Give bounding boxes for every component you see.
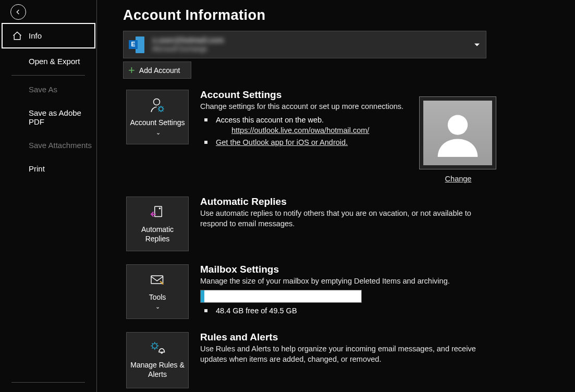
tile-label: Account Settings⌄	[129, 118, 186, 137]
section-title: Mailbox Settings	[200, 264, 492, 275]
bullet-web-access: Access this account on the web. https://…	[200, 114, 409, 137]
svg-point-4	[159, 208, 160, 209]
section-title: Rules and Alerts	[200, 332, 492, 343]
sidebar-item-label: Print	[29, 164, 45, 173]
section-desc: Use Rules and Alerts to help organize yo…	[200, 344, 492, 364]
sidebar-item-label: Open & Export	[29, 57, 80, 66]
page-title: Account Information	[123, 7, 575, 23]
section-title: Account Settings	[200, 89, 409, 101]
exchange-icon: E	[129, 36, 144, 53]
bullet-app-link: Get the Outlook app for iOS or Android.	[200, 137, 409, 148]
sidebar-item-info[interactable]: Info	[2, 23, 95, 48]
svg-point-0	[154, 99, 160, 105]
add-account-button[interactable]: + Add Account	[123, 62, 191, 79]
mailbox-usage-bar	[200, 290, 362, 303]
owa-link[interactable]: https://outlook.live.com/owa/hotmail.com…	[231, 126, 369, 134]
sidebar: Info Open & Export Save As Save as Adobe…	[0, 0, 97, 392]
profile-photo: Change	[419, 96, 497, 183]
person-placeholder-icon	[434, 109, 482, 157]
tile-automatic-replies[interactable]: Automatic Replies	[126, 197, 189, 251]
envelope-tools-icon	[148, 271, 167, 290]
mailbox-free-space: 48.4 GB free of 49.5 GB	[200, 305, 492, 316]
person-gear-icon	[148, 96, 167, 115]
sidebar-item-print[interactable]: Print	[0, 157, 96, 180]
section-body: Rules and Alerts Use Rules and Alerts to…	[200, 329, 492, 388]
svg-point-1	[159, 107, 163, 111]
section-account-settings: Account Settings⌄ Account Settings Chang…	[123, 87, 575, 183]
main-panel: Account Information E s.user@hotmail.com…	[97, 0, 575, 392]
account-selector[interactable]: E s.user@hotmail.com Microsoft Exchange	[123, 31, 486, 58]
sidebar-item-label: Info	[29, 31, 42, 40]
section-body: Account Settings Change settings for thi…	[200, 87, 409, 183]
outlook-app-link[interactable]: Get the Outlook app for iOS or Android.	[216, 138, 348, 146]
divider	[11, 75, 85, 76]
plus-icon: +	[128, 64, 135, 77]
sidebar-item-save-adobe-pdf[interactable]: Save as Adobe PDF	[0, 101, 96, 133]
svg-rect-3	[155, 206, 162, 217]
change-photo-link[interactable]: Change	[445, 175, 472, 183]
svg-point-6	[152, 344, 157, 348]
photo-frame	[419, 96, 496, 169]
svg-point-2	[448, 115, 468, 135]
back-button[interactable]	[10, 4, 26, 20]
reply-doc-icon	[148, 203, 167, 222]
gear-bell-icon	[148, 339, 167, 358]
chevron-down-icon	[474, 43, 480, 46]
section-body: Mailbox Settings Manage the size of your…	[200, 262, 492, 319]
section-desc: Manage the size of your mailbox by empty…	[200, 276, 492, 287]
tile-account-settings[interactable]: Account Settings⌄	[126, 90, 189, 144]
section-mailbox-settings: Tools ⌄ Mailbox Settings Manage the size…	[123, 262, 575, 319]
sidebar-item-open-export[interactable]: Open & Export	[0, 50, 96, 73]
sidebar-item-label: Save Attachments	[29, 141, 92, 150]
tile-label: Automatic Replies	[129, 225, 186, 243]
section-body: Automatic Replies Use automatic replies …	[200, 194, 492, 251]
sidebar-item-save-as: Save As	[0, 78, 96, 101]
sidebar-item-save-attachments: Save Attachments	[0, 133, 96, 157]
add-account-label: Add Account	[139, 66, 180, 75]
section-desc: Use automatic replies to notify others t…	[200, 209, 492, 229]
section-title: Automatic Replies	[200, 196, 492, 207]
account-identity: s.user@hotmail.com Microsoft Exchange	[152, 36, 224, 53]
section-desc: Change settings for this account or set …	[200, 102, 409, 112]
tile-manage-rules[interactable]: Manage Rules & Alerts	[126, 332, 189, 388]
tile-tools[interactable]: Tools ⌄	[126, 264, 189, 319]
divider	[11, 382, 85, 383]
section-rules-alerts: Manage Rules & Alerts Rules and Alerts U…	[123, 329, 575, 388]
tile-label: Tools	[129, 293, 186, 302]
arrow-left-icon	[14, 8, 22, 16]
home-icon	[12, 31, 22, 41]
sidebar-item-label: Save as Adobe PDF	[29, 108, 81, 126]
sidebar-item-label: Save As	[29, 85, 57, 94]
section-automatic-replies: Automatic Replies Automatic Replies Use …	[123, 194, 575, 251]
tile-label: Manage Rules & Alerts	[129, 361, 186, 379]
